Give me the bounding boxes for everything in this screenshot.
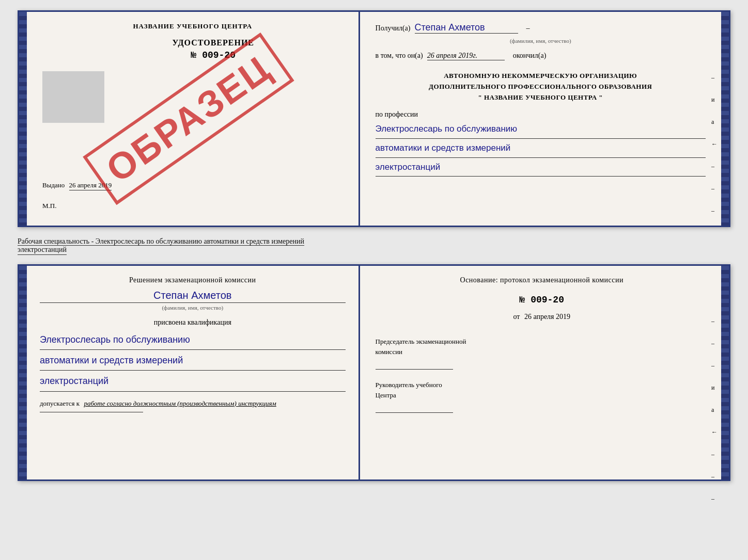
q-mark1: –	[711, 317, 718, 325]
profession-line1: Электрослесарь по обслуживанию	[376, 121, 706, 139]
mp-label: М.П.	[42, 202, 56, 210]
qual-profession-line2: автоматики и средств измерений	[40, 351, 346, 371]
q-mark8: –	[711, 473, 718, 481]
mark5: –	[711, 163, 718, 170]
chairman-label1: Председатель экзаменационной	[376, 337, 708, 347]
allowed-text: работе согласно должностным (производств…	[84, 399, 276, 407]
mark3: а	[711, 118, 718, 126]
issued-line: Выдано 26 апреля 2019	[42, 181, 112, 189]
received-label: Получил(а)	[376, 24, 411, 33]
right-inner: Получил(а) Степан Ахметов – (фамилия, им…	[376, 22, 706, 177]
org-line1: АВТОНОМНУЮ НЕКОММЕРЧЕСКУЮ ОРГАНИЗАЦИЮ	[376, 71, 706, 82]
profession-text: Электрослесарь по обслуживанию автоматик…	[376, 121, 706, 177]
cert-title-block: УДОСТОВЕРЕНИЕ № 009-20	[81, 38, 346, 60]
org-line2: ДОПОЛНИТЕЛЬНОГО ПРОФЕССИОНАЛЬНОГО ОБРАЗО…	[376, 82, 706, 92]
date-value: 26 апреля 2019г.	[427, 52, 505, 60]
middle-text-line1: Рабочая специальность - Электрослесарь п…	[18, 237, 304, 246]
commission-text: Решением экзаменационной комиссии	[40, 276, 346, 284]
org-block: АВТОНОМНУЮ НЕКОММЕРЧЕСКУЮ ОРГАНИЗАЦИЮ ДО…	[376, 71, 706, 103]
commission-person-name: Степан Ахметов	[40, 290, 346, 303]
cert-number: № 009-20	[81, 50, 346, 60]
cert-right-page: Получил(а) Степан Ахметов – (фамилия, им…	[360, 12, 729, 226]
mark4: ←	[711, 140, 718, 148]
qualification-book: Решением экзаменационной комиссии Степан…	[18, 264, 730, 481]
issued-label: Выдано	[42, 181, 65, 189]
page-wrapper: НАЗВАНИЕ УЧЕБНОГО ЦЕНТРА УДОСТОВЕРЕНИЕ №…	[10, 10, 738, 481]
protocol-number: № 009-20	[376, 295, 708, 305]
profession-label: по профессии	[376, 110, 706, 119]
received-line: Получил(а) Степан Ахметов –	[376, 22, 706, 34]
mp-line: М.П.	[42, 202, 56, 210]
fio-hint: (фамилия, имя, отчество)	[376, 38, 706, 44]
signature-line-left	[40, 412, 143, 412]
chairman-label2: комиссии	[376, 347, 708, 357]
chairman-signature	[376, 359, 453, 370]
date-prefix: в том, что он(а)	[376, 52, 423, 60]
q-mark7: –	[711, 451, 718, 458]
middle-text-block: Рабочая специальность - Электрослесарь п…	[18, 233, 730, 258]
q-mark3: –	[711, 362, 718, 370]
cert-left-page: НАЗВАНИЕ УЧЕБНОГО ЦЕНТРА УДОСТОВЕРЕНИЕ №…	[19, 12, 360, 226]
from-date: от 26 апреля 2019	[376, 313, 708, 321]
director-signature	[376, 403, 453, 413]
left-inner: НАЗВАНИЕ УЧЕБНОГО ЦЕНТРА УДОСТОВЕРЕНИЕ №…	[40, 22, 346, 60]
mark6: –	[711, 185, 718, 193]
org-line3: " НАЗВАНИЕ УЧЕБНОГО ЦЕНТРА "	[376, 92, 706, 103]
director-label2: Центра	[376, 390, 708, 401]
date-suffix: окончил(а)	[513, 52, 547, 60]
from-prefix: от	[513, 313, 520, 321]
q-mark6: ←	[711, 428, 718, 436]
dash: –	[526, 24, 530, 33]
school-name-left: НАЗВАНИЕ УЧЕБНОГО ЦЕНТРА	[40, 22, 346, 30]
qual-fio-hint: (фамилия, имя, отчество)	[40, 305, 346, 311]
mark7: –	[711, 207, 718, 215]
profession-line3: электростанций	[376, 159, 706, 177]
qual-profession-text: Электрослесарь по обслуживанию автоматик…	[40, 331, 346, 392]
q-mark5: а	[711, 406, 718, 414]
q-mark4: и	[711, 384, 718, 392]
qual-right-page: Основание: протокол экзаменационной коми…	[360, 266, 729, 479]
allowed-prefix: допускается к	[40, 399, 80, 407]
mark2: и	[711, 96, 718, 104]
assigned-text: присвоена квалификация	[40, 318, 346, 327]
certificate-book: НАЗВАНИЕ УЧЕБНОГО ЦЕНТРА УДОСТОВЕРЕНИЕ №…	[18, 10, 730, 227]
from-date-value: 26 апреля 2019	[524, 313, 570, 321]
side-marks-right: – и а ← – – –	[711, 74, 718, 215]
chairman-block: Председатель экзаменационной комиссии	[376, 337, 708, 370]
qual-side-marks: – – – и а ← – – –	[711, 317, 718, 503]
qual-left-page: Решением экзаменационной комиссии Степан…	[19, 266, 360, 479]
qual-profession-line3: электростанций	[40, 372, 346, 391]
cert-title: УДОСТОВЕРЕНИЕ	[81, 38, 346, 47]
middle-text-line2: электростанций	[18, 246, 67, 255]
date-line: в том, что он(а) 26 апреля 2019г. окончи…	[376, 52, 706, 60]
photo-placeholder	[42, 71, 104, 123]
issued-date: 26 апреля 2019	[69, 181, 112, 190]
director-label1: Руководитель учебного	[376, 380, 708, 390]
q-mark9: –	[711, 495, 718, 503]
recipient-name: Степан Ахметов	[415, 22, 518, 34]
qual-profession-line1: Электрослесарь по обслуживанию	[40, 331, 346, 350]
profession-line2: автоматики и средств измерений	[376, 140, 706, 158]
director-block: Руководитель учебного Центра	[376, 380, 708, 413]
allowed-line: допускается к работе согласно должностны…	[40, 399, 346, 408]
basis-text: Основание: протокол экзаменационной коми…	[376, 276, 708, 284]
mark1: –	[711, 74, 718, 82]
q-mark2: –	[711, 340, 718, 347]
